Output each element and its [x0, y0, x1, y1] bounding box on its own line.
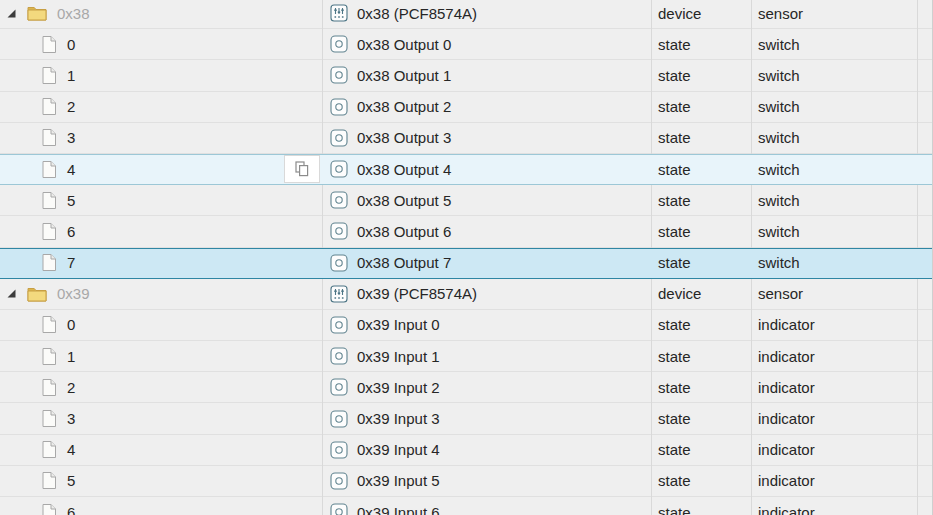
object-role-label: indicator [758, 472, 815, 489]
file-icon [42, 254, 56, 271]
role-cell: indicator [751, 403, 917, 433]
name-cell: 0x39 (PCF8574A) [322, 279, 651, 309]
role-cell: indicator [751, 497, 917, 515]
name-cell: 0x38 Output 1 [322, 60, 651, 90]
type-cell: state [651, 310, 751, 340]
table-row[interactable]: 0 0x38 Output 0 [0, 29, 932, 60]
spacer-cell [917, 279, 933, 309]
state-circle-icon [330, 503, 348, 515]
triangle-expanded-icon[interactable] [7, 289, 16, 298]
tree-item-label: 6 [67, 504, 75, 515]
tree-cell: 3 [0, 403, 322, 433]
spacer-cell [917, 60, 933, 90]
file-icon [42, 504, 56, 515]
tree-cell: 0 [0, 29, 322, 59]
table-row[interactable]: 5 0x39 Input 5 [0, 466, 932, 497]
file-icon [42, 36, 56, 53]
tree-cell: 4 [0, 435, 322, 465]
spacer-cell [917, 341, 933, 371]
object-name-label: 0x38 Output 7 [357, 254, 451, 271]
tree-item-label: 2 [67, 98, 75, 115]
table-row[interactable]: 1 0x38 Output 1 [0, 60, 932, 91]
object-name-label: 0x38 Output 5 [357, 192, 451, 209]
table-row[interactable]: 0x38 0x38 (PCF8574A) [0, 0, 932, 29]
role-cell: switch [751, 60, 917, 90]
folder-icon [27, 5, 47, 21]
object-name-label: 0x38 Output 4 [357, 161, 451, 178]
tree-cell: 3 [0, 123, 322, 153]
tree-cell: 1 [0, 60, 322, 90]
object-type-label: state [658, 223, 691, 240]
tree-item-label: 1 [67, 348, 75, 365]
role-cell: sensor [751, 0, 917, 28]
spacer-cell [917, 123, 933, 153]
state-circle-icon [330, 35, 348, 53]
object-type-label: state [658, 472, 691, 489]
objects-table: 0x38 0x38 (PCF8574A) [0, 0, 933, 515]
role-cell: indicator [751, 372, 917, 402]
name-cell: 0x38 Output 7 [322, 248, 651, 278]
state-circle-icon [330, 316, 348, 334]
name-cell: 0x39 Input 0 [322, 310, 651, 340]
name-cell: 0x38 Output 3 [322, 123, 651, 153]
name-cell: 0x38 Output 4 [322, 154, 651, 184]
table-row[interactable]: 7 0x38 Output 7 [0, 248, 932, 279]
file-icon [42, 129, 56, 146]
object-name-label: 0x38 Output 1 [357, 67, 451, 84]
triangle-expanded-icon[interactable] [7, 9, 16, 18]
table-row[interactable]: 3 0x38 Output 3 [0, 123, 932, 154]
spacer-cell [917, 0, 933, 28]
name-cell: 0x38 Output 6 [322, 216, 651, 246]
object-role-label: indicator [758, 504, 815, 515]
table-row[interactable]: 5 0x38 Output 5 [0, 185, 932, 216]
object-role-label: switch [758, 192, 800, 209]
type-cell: state [651, 248, 751, 278]
name-cell: 0x39 Input 3 [322, 403, 651, 433]
file-icon [42, 161, 56, 178]
table-row[interactable]: 2 0x39 Input 2 [0, 372, 932, 403]
table-row[interactable]: 0x39 0x39 (PCF8574A) [0, 279, 932, 310]
copy-button[interactable] [284, 155, 320, 183]
tree-cell: 1 [0, 341, 322, 371]
spacer-cell [917, 403, 933, 433]
object-name-label: 0x39 Input 6 [357, 504, 440, 515]
table-row[interactable]: 6 0x39 Input 6 [0, 497, 932, 515]
role-cell: indicator [751, 341, 917, 371]
file-icon [42, 98, 56, 115]
tree-cell: 5 [0, 466, 322, 496]
type-cell: state [651, 341, 751, 371]
object-role-label: sensor [758, 285, 803, 302]
table-row[interactable]: 2 0x38 Output 2 [0, 92, 932, 123]
file-icon [42, 223, 56, 240]
role-cell: switch [751, 248, 917, 278]
object-name-label: 0x39 Input 2 [357, 379, 440, 396]
table-row[interactable]: 4 [0, 154, 932, 185]
state-circle-icon [330, 129, 348, 147]
object-name-label: 0x38 Output 2 [357, 98, 451, 115]
object-role-label: indicator [758, 379, 815, 396]
file-icon [42, 472, 56, 489]
type-cell: state [651, 154, 751, 184]
role-cell: sensor [751, 279, 917, 309]
object-type-label: state [658, 161, 691, 178]
type-cell: state [651, 185, 751, 215]
table-row[interactable]: 1 0x39 Input 1 [0, 341, 932, 372]
object-name-label: 0x39 Input 3 [357, 410, 440, 427]
object-type-label: state [658, 36, 691, 53]
table-row[interactable]: 6 0x38 Output 6 [0, 216, 932, 247]
state-circle-icon [330, 441, 348, 459]
file-icon [42, 441, 56, 458]
state-circle-icon [330, 472, 348, 490]
name-cell: 0x38 (PCF8574A) [322, 0, 651, 28]
tree-item-label: 2 [67, 379, 75, 396]
name-cell: 0x39 Input 5 [322, 466, 651, 496]
spacer-cell [917, 216, 933, 246]
state-circle-icon [330, 191, 348, 209]
table-row[interactable]: 4 0x39 Input 4 [0, 435, 932, 466]
object-type-label: state [658, 410, 691, 427]
spacer-cell [917, 154, 933, 184]
role-cell: switch [751, 92, 917, 122]
table-row[interactable]: 0 0x39 Input 0 [0, 310, 932, 341]
table-row[interactable]: 3 0x39 Input 3 [0, 403, 932, 434]
object-role-label: switch [758, 129, 800, 146]
